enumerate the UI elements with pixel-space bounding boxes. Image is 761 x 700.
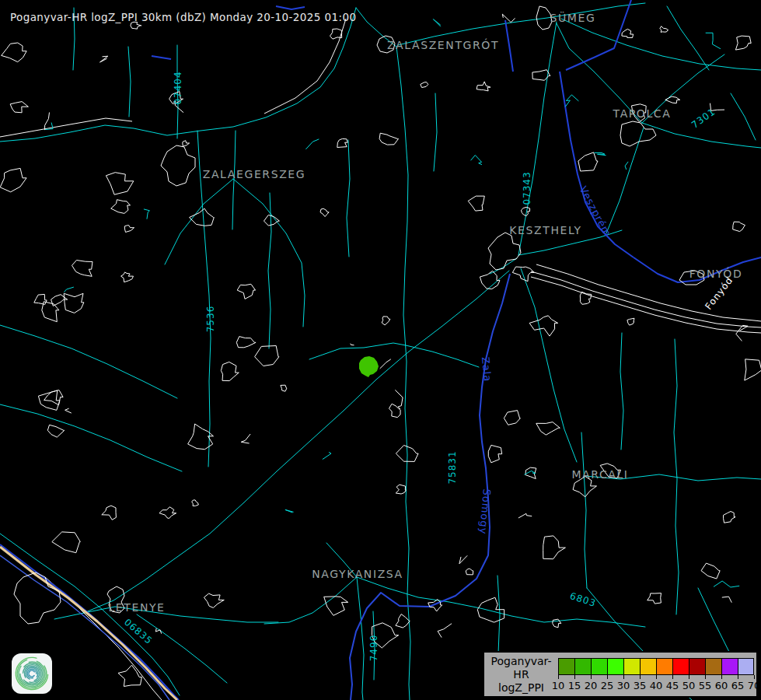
legend-tick-label: 25 [601,680,614,691]
settlement-outline [264,215,280,226]
map-line-fragment [351,344,354,345]
settlement-outline [192,500,199,506]
settlement-outline [701,563,720,579]
legend-tick-label: 20 [585,680,598,691]
legend-tick-scale: 10152025303540455055606570 [558,675,756,695]
city-label: FONYÓD [689,268,743,280]
legend-tick-mark [656,675,657,679]
settlement-outline [468,196,484,211]
city-label: LETENYE [108,601,165,614]
swirl-arc [23,664,41,683]
map-line-fragment [471,156,482,165]
settlement-outline [34,294,47,304]
settlement-outline [536,422,560,436]
legend-tick-label: 60 [715,680,728,691]
map-line-fragment [65,287,74,292]
settlement-outline [389,404,401,417]
settlement-outline [320,208,329,216]
legend-tick-mark [591,675,592,679]
county-label: Zala [480,356,494,383]
legend-unit-label: dbZ [484,695,558,700]
legend-color-swatch [591,658,607,675]
legend-tick-mark [689,675,689,679]
legend-color-swatch [689,658,705,675]
map-line-fragment [595,153,606,156]
legend-tick-label: 35 [634,680,647,691]
railways-layer [0,19,761,700]
settlement-outline [204,593,224,607]
settlement-outline [580,292,592,304]
settlement-outline [281,385,287,391]
settlement-outline [382,317,390,325]
settlement-outline [724,512,736,523]
map-line-fragment [438,624,452,638]
settlement-outline [121,272,134,282]
settlement-outline [255,346,279,366]
road-number-label: 07404 [173,71,183,104]
settlement-outline [237,284,255,299]
road-number-label: 7536 [205,306,216,333]
legend-tick-label: 10 [552,680,565,691]
settlement-outline [44,390,64,405]
legend-color-swatch [558,658,574,675]
legend-product-label: logZ_PPI [484,681,558,695]
legend-tick-label: 15 [568,680,581,691]
legend-tick-mark [574,675,575,679]
settlement-outline [118,665,141,686]
settlement-outline [0,168,26,191]
settlement-outline [159,507,176,519]
road-number-label: 75831 [447,450,458,484]
legend-tick-label: 50 [682,680,696,691]
settlement-outline [324,597,348,615]
settlement-outline [72,261,93,277]
settlement-outline [2,43,27,62]
city-label: ZALASZENTGRÓT [387,39,499,51]
map-line-fragment [241,434,250,443]
settlement-outline [543,536,566,559]
settlement-outline [330,29,342,39]
legend-tick-mark [558,675,559,679]
legend-color-swatch [672,658,689,675]
map-line-fragment [525,471,536,474]
legend-tick-mark [705,675,706,679]
legend-color-swatch [574,658,591,675]
settlement-outline [476,82,490,91]
swirl-arc [12,653,52,694]
map-line-fragment [285,509,293,513]
legend-color-bar [558,658,754,675]
settlement-outline [665,96,680,103]
legend-color-swatch [705,658,721,675]
legend-station-label: Poganyvar-HR [484,655,558,681]
legend-tick-label: 40 [650,680,663,691]
map-line-fragment [144,209,149,219]
map-line-fragment [323,453,331,460]
settlement-outline [124,226,134,233]
settlement-outline [733,222,745,231]
settlement-outline [183,141,190,147]
legend-tick-mark [623,675,624,679]
city-label: MARCALI [571,468,628,481]
settlement-outline [102,506,117,520]
radar-map-view: Poganyvar-HR logZ_PPI 30km (dbZ) Monday … [0,0,761,700]
map-line-fragment [518,513,532,518]
legend-tick-mark [721,675,722,679]
settlement-outline [622,29,634,37]
road-number-label: 07343 [522,171,532,205]
legend-tick-mark [640,675,641,679]
settlement-outline [477,597,504,622]
settlement-outline [379,133,398,145]
legend-tick-label: 70 [748,680,761,691]
settlement-outline [488,445,501,462]
map-line-fragment [625,162,628,169]
legend-color-swatch [738,658,754,675]
map-line-fragment [433,19,440,26]
legend-color-swatch [721,658,738,675]
city-label: TAPOLCA [613,107,672,120]
settlement-outline [52,532,81,553]
legend-color-swatch [607,658,623,675]
map-line-fragment [65,408,72,413]
settlement-outline [578,152,598,171]
legend-tick-label: 55 [699,680,712,691]
map-line-fragment [100,56,108,62]
settlement-outline [396,485,406,494]
